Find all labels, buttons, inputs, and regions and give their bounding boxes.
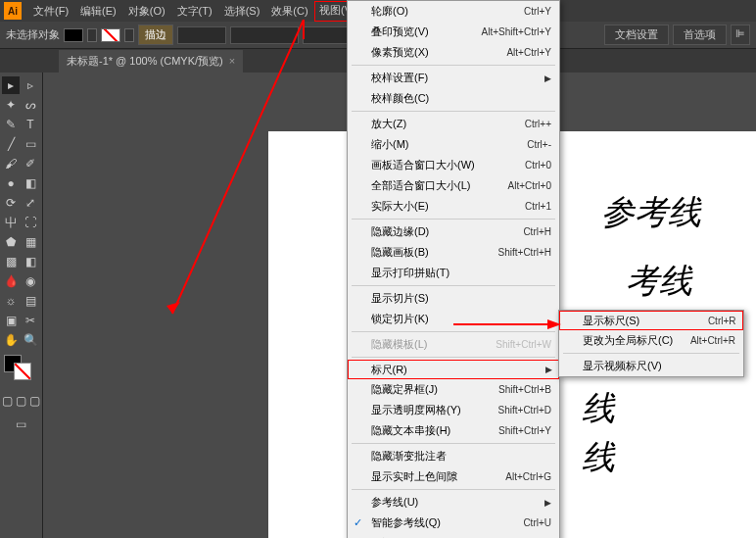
menu-文字(T)[interactable]: 文字(T): [171, 1, 218, 22]
tool-line[interactable]: ╱: [2, 135, 20, 153]
view-menu-item-9[interactable]: 画板适合窗口大小(W)Ctrl+0: [348, 155, 559, 175]
submenu-arrow-icon: ▶: [544, 498, 551, 508]
view-menu-item-25[interactable]: 隐藏文本串接(H)Shift+Ctrl+Y: [348, 420, 559, 441]
view-menu-item-15[interactable]: 显示打印拼贴(T): [348, 263, 559, 283]
view-menu-item-1[interactable]: 叠印预览(V)Alt+Shift+Ctrl+Y: [348, 22, 559, 42]
tool-type[interactable]: T: [22, 116, 39, 133]
canvas-text: 参考线: [601, 190, 701, 235]
view-menu-separator: [352, 111, 555, 112]
view-menu-item-10[interactable]: 全部适合窗口大小(L)Alt+Ctrl+0: [348, 175, 559, 196]
view-menu-item-27[interactable]: 隐藏渐变批注者: [348, 446, 559, 466]
tool-sel[interactable]: ▸: [2, 76, 20, 94]
stroke-dropdown[interactable]: [124, 28, 134, 42]
view-menu-item-31[interactable]: ✓智能参考线(Q)Ctrl+U: [348, 513, 559, 533]
tool-slice[interactable]: ✂: [22, 312, 39, 329]
stroke-button[interactable]: 描边: [138, 24, 173, 45]
tool-artboard[interactable]: ▣: [2, 312, 20, 329]
ruler-submenu: 显示标尺(S)Ctrl+R更改为全局标尺(C)Alt+Ctrl+R显示视频标尺(…: [558, 310, 744, 377]
tool-blend[interactable]: ◉: [22, 272, 39, 290]
tool-rect[interactable]: ▭: [22, 135, 39, 153]
tool-pen[interactable]: ✎: [2, 116, 20, 133]
doc-setup-button[interactable]: 文档设置: [604, 24, 669, 45]
align-button[interactable]: ⊫: [731, 24, 750, 45]
view-menu-separator: [352, 357, 555, 358]
menu-shortcut: Ctrl++: [525, 119, 551, 129]
fill-dropdown[interactable]: [87, 28, 97, 42]
document-tab[interactable]: 未标题-1* @ 100% (CMYK/预览) ×: [59, 50, 243, 73]
menu-文件(F)[interactable]: 文件(F): [27, 1, 74, 22]
menu-shortcut: Ctrl+U: [523, 517, 551, 528]
tool-mesh[interactable]: ▩: [2, 253, 20, 270]
menu-item-label: 放大(Z): [371, 117, 406, 131]
view-menu-item-11[interactable]: 实际大小(E)Ctrl+1: [348, 196, 559, 217]
view-menu-item-24[interactable]: 显示透明度网格(Y)Shift+Ctrl+D: [348, 400, 559, 420]
menu-item-label: 校样设置(F): [371, 71, 428, 85]
menu-item-label: 隐藏渐变批注者: [371, 449, 447, 464]
view-menu-item-8[interactable]: 缩小(M)Ctrl+-: [348, 134, 559, 155]
view-menu-item-5[interactable]: 校样颜色(C): [348, 88, 559, 109]
brush-field[interactable]: [230, 26, 299, 44]
menu-选择(S)[interactable]: 选择(S): [218, 1, 266, 22]
tool-zoom[interactable]: 🔍: [22, 331, 39, 349]
view-menu-item-2[interactable]: 像素预览(X)Alt+Ctrl+Y: [348, 42, 559, 63]
menu-编辑(E)[interactable]: 编辑(E): [74, 1, 122, 22]
tool-hand[interactable]: ✋: [2, 331, 20, 349]
view-menu-item-22[interactable]: 标尺(R)▶: [348, 360, 559, 379]
screen-mode[interactable]: ▭: [2, 416, 39, 433]
menu-效果(C)[interactable]: 效果(C): [265, 1, 313, 22]
tool-shape[interactable]: ⬟: [2, 233, 20, 251]
view-menu-item-23[interactable]: 隐藏定界框(J)Shift+Ctrl+B: [348, 379, 559, 400]
view-menu-item-0[interactable]: 轮廓(O)Ctrl+Y: [348, 1, 559, 22]
view-menu-item-17[interactable]: 显示切片(S): [348, 288, 559, 309]
tool-graph[interactable]: ▤: [22, 292, 39, 310]
tool-eyedrop[interactable]: 🩸: [2, 272, 20, 290]
bg-color[interactable]: [14, 363, 31, 380]
tool-persp[interactable]: ▦: [22, 233, 39, 251]
menu-item-label: 标尺(R): [371, 363, 407, 377]
tool-scale[interactable]: ⤢: [22, 194, 39, 212]
menu-shortcut: Alt+Ctrl+G: [505, 471, 551, 482]
tool-symbol[interactable]: ☼: [2, 292, 20, 310]
tool-free[interactable]: ⛶: [22, 214, 39, 231]
view-menu-item-13[interactable]: 隐藏边缘(D)Ctrl+H: [348, 221, 559, 242]
tool-wand[interactable]: ✦: [2, 96, 20, 114]
view-menu-item-28[interactable]: 显示实时上色间隙Alt+Ctrl+G: [348, 466, 559, 487]
stroke-weight-field[interactable]: [177, 26, 226, 44]
menu-shortcut: Shift+Ctrl+H: [498, 247, 551, 258]
menu-item-label: 校样颜色(C): [371, 91, 429, 106]
fill-swatch[interactable]: [64, 28, 83, 42]
view-menu-item-30[interactable]: 参考线(U)▶: [348, 492, 559, 513]
view-menu-item-32[interactable]: 透视网格(P)▶: [348, 533, 559, 538]
prefs-button[interactable]: 首选项: [673, 24, 727, 45]
view-menu-item-18[interactable]: 锁定切片(K): [348, 309, 559, 329]
view-menu-item-14[interactable]: 隐藏画板(B)Shift+Ctrl+H: [348, 242, 559, 263]
stroke-swatch[interactable]: [101, 28, 120, 42]
menu-item-label: 更改为全局标尺(C): [583, 333, 673, 348]
menu-shortcut: Ctrl+H: [523, 226, 551, 237]
tab-close-icon[interactable]: ×: [229, 55, 235, 67]
menu-item-label: 智能参考线(Q): [371, 515, 441, 530]
menu-对象(O)[interactable]: 对象(O): [122, 1, 171, 22]
tool-rotate[interactable]: ⟳: [2, 194, 20, 212]
tool-brush[interactable]: 🖌: [2, 155, 20, 172]
draw-normal[interactable]: ▢: [2, 392, 14, 410]
ruler-submenu-item-1[interactable]: 更改为全局标尺(C)Alt+Ctrl+R: [559, 330, 743, 351]
tool-width[interactable]: ⼬: [2, 214, 20, 231]
draw-behind[interactable]: ▢: [16, 392, 27, 410]
view-menu-item-7[interactable]: 放大(Z)Ctrl++: [348, 114, 559, 134]
ruler-submenu-item-3[interactable]: 显示视频标尺(V): [559, 356, 743, 376]
view-menu-item-4[interactable]: 校样设置(F)▶: [348, 68, 559, 88]
tool-blob[interactable]: ●: [2, 174, 20, 192]
menu-item-label: 隐藏边缘(D): [371, 224, 429, 239]
ruler-submenu-item-0[interactable]: 显示标尺(S)Ctrl+R: [559, 311, 743, 330]
tool-eraser[interactable]: ◧: [22, 174, 39, 192]
menu-item-label: 画板适合窗口大小(W): [371, 158, 475, 172]
menu-item-label: 显示打印拼贴(T): [371, 266, 449, 280]
menu-shortcut: Shift+Ctrl+D: [498, 405, 551, 416]
tool-pencil[interactable]: ✐: [22, 155, 39, 172]
tool-lasso[interactable]: ᔕ: [22, 96, 39, 114]
tool-grad[interactable]: ◧: [22, 253, 39, 270]
draw-inside[interactable]: ▢: [28, 392, 40, 410]
tool-direct[interactable]: ▹: [22, 76, 39, 94]
document-tab-title: 未标题-1* @ 100% (CMYK/预览): [67, 54, 223, 69]
